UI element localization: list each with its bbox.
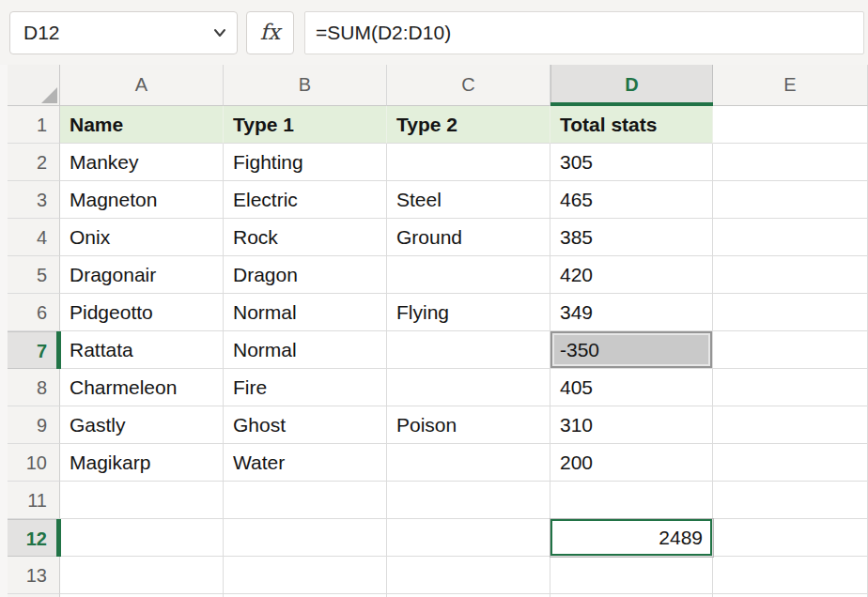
cell-d7[interactable]: -350: [550, 331, 713, 369]
cell-c4[interactable]: Ground: [387, 219, 550, 256]
row-header-8[interactable]: 8: [8, 369, 60, 406]
cell-c11[interactable]: [387, 482, 550, 519]
row-header-10[interactable]: 10: [8, 444, 60, 482]
formula-bar: D12 fx =SUM(D2:D10): [0, 0, 868, 65]
column-header-e[interactable]: E: [713, 65, 868, 106]
cell-d1[interactable]: Total stats: [550, 106, 713, 144]
cell-a7[interactable]: Rattata: [60, 331, 224, 369]
cell-b6[interactable]: Normal: [224, 294, 387, 331]
left-gutter: [0, 181, 8, 219]
cell-e4[interactable]: [713, 219, 868, 256]
cell-c1[interactable]: Type 2: [387, 106, 550, 144]
row-header-9[interactable]: 9: [8, 406, 60, 444]
column-header-band: ABCDE: [0, 65, 868, 106]
cell-a10[interactable]: Magikarp: [60, 444, 224, 482]
cell-a5[interactable]: Dragonair: [60, 256, 224, 294]
cell-d2[interactable]: 305: [550, 144, 713, 181]
cell-d11[interactable]: [550, 482, 713, 519]
cell-b7[interactable]: Normal: [224, 331, 387, 369]
cell-d5[interactable]: 420: [550, 256, 713, 294]
sheet-row-11: 11: [0, 482, 868, 519]
sheet-row-4: 4OnixRockGround385: [0, 219, 868, 256]
cell-d12[interactable]: 2489: [550, 519, 713, 557]
cell-a6[interactable]: Pidgeotto: [60, 294, 224, 331]
cell-a4[interactable]: Onix: [60, 219, 224, 256]
row-header-3[interactable]: 3: [8, 181, 60, 219]
cell-c7[interactable]: [387, 331, 550, 369]
row-header-4[interactable]: 4: [8, 219, 60, 256]
cell-c6[interactable]: Flying: [387, 294, 550, 331]
row-header-5[interactable]: 5: [8, 256, 60, 294]
left-gutter: [0, 331, 8, 369]
cell-d13[interactable]: [550, 557, 713, 594]
cell-a3[interactable]: Magneton: [60, 181, 224, 219]
cell-a13[interactable]: [60, 557, 224, 594]
cell-a2[interactable]: Mankey: [60, 144, 224, 181]
cell-b12[interactable]: [224, 519, 387, 557]
cell-e10[interactable]: [713, 444, 868, 482]
select-all-button[interactable]: [8, 65, 60, 106]
cell-d3[interactable]: 465: [550, 181, 713, 219]
cell-a9[interactable]: Gastly: [60, 406, 224, 444]
cell-e13[interactable]: [713, 557, 868, 594]
cell-e5[interactable]: [713, 256, 868, 294]
row-header-13[interactable]: 13: [8, 557, 60, 594]
cell-c2[interactable]: [387, 144, 550, 181]
row-header-7[interactable]: 7: [8, 331, 60, 369]
cell-d9[interactable]: 310: [550, 406, 713, 444]
cell-e11[interactable]: [713, 482, 868, 519]
cell-a1[interactable]: Name: [60, 106, 224, 144]
cell-e7[interactable]: [713, 331, 868, 369]
column-header-d[interactable]: D: [550, 65, 713, 106]
cell-c9[interactable]: Poison: [387, 406, 550, 444]
cell-d10[interactable]: 200: [550, 444, 713, 482]
cell-b11[interactable]: [224, 482, 387, 519]
cell-c5[interactable]: [387, 256, 550, 294]
cell-e6[interactable]: [713, 294, 868, 331]
cell-e1[interactable]: [713, 106, 868, 144]
cell-d6[interactable]: 349: [550, 294, 713, 331]
column-header-a[interactable]: A: [60, 65, 224, 106]
row-header-11[interactable]: 11: [8, 482, 60, 519]
cell-e12[interactable]: [713, 519, 868, 557]
cell-e2[interactable]: [713, 144, 868, 181]
chevron-down-icon[interactable]: [213, 28, 226, 38]
cell-b5[interactable]: Dragon: [224, 256, 387, 294]
row-header-12[interactable]: 12: [8, 519, 60, 557]
cell-a12[interactable]: [60, 519, 224, 557]
cell-c10[interactable]: [387, 444, 550, 482]
cell-b1[interactable]: Type 1: [224, 106, 387, 144]
row-header-2[interactable]: 2: [8, 144, 60, 181]
sheet-row-9: 9GastlyGhostPoison310: [0, 406, 868, 444]
cell-a11[interactable]: [60, 482, 224, 519]
sheet-row-2: 2MankeyFighting305: [0, 144, 868, 181]
left-gutter: [0, 406, 8, 444]
cell-b13[interactable]: [224, 557, 387, 594]
name-box[interactable]: D12: [9, 11, 238, 54]
cell-b8[interactable]: Fire: [224, 369, 387, 406]
cell-d4[interactable]: 385: [550, 219, 713, 256]
cell-a8[interactable]: Charmeleon: [60, 369, 224, 406]
row-header-6[interactable]: 6: [8, 294, 60, 331]
sheet-row-10: 10MagikarpWater200: [0, 444, 868, 482]
row-header-1[interactable]: 1: [8, 106, 60, 144]
sheet-row-12: 122489: [0, 519, 868, 557]
left-gutter: [0, 519, 8, 557]
cell-e8[interactable]: [713, 369, 868, 406]
cell-e9[interactable]: [713, 406, 868, 444]
insert-function-button[interactable]: fx: [246, 11, 294, 54]
formula-input[interactable]: =SUM(D2:D10): [304, 11, 864, 54]
cell-b2[interactable]: Fighting: [224, 144, 387, 181]
cell-e3[interactable]: [713, 181, 868, 219]
column-header-c[interactable]: C: [387, 65, 550, 106]
cell-b10[interactable]: Water: [224, 444, 387, 482]
cell-c8[interactable]: [387, 369, 550, 406]
cell-d8[interactable]: 405: [550, 369, 713, 406]
cell-b4[interactable]: Rock: [224, 219, 387, 256]
column-header-b[interactable]: B: [224, 65, 387, 106]
cell-c13[interactable]: [387, 557, 550, 594]
cell-b3[interactable]: Electric: [224, 181, 387, 219]
cell-b9[interactable]: Ghost: [224, 406, 387, 444]
cell-c3[interactable]: Steel: [387, 181, 550, 219]
cell-c12[interactable]: [387, 519, 550, 557]
